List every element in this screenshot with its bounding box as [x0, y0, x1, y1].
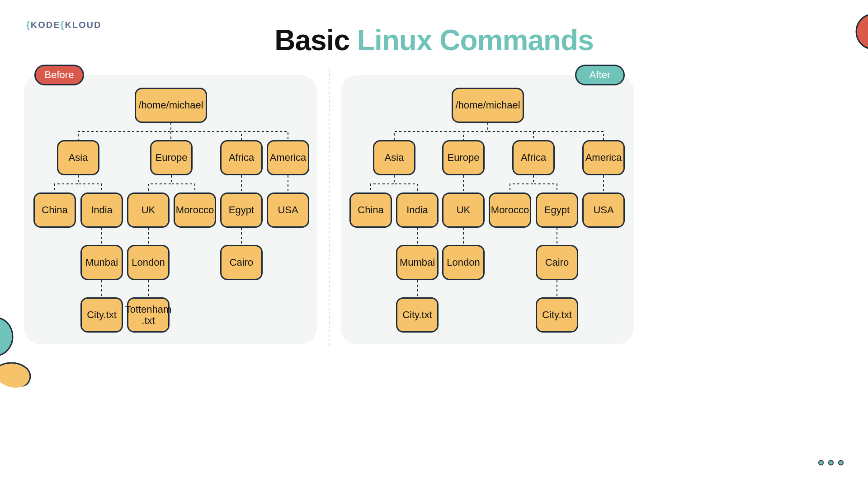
- badge-after: After: [575, 65, 625, 85]
- node-after-london: London: [442, 245, 485, 280]
- label: /home/michael: [455, 99, 520, 111]
- node-before-munbai: Munbai: [80, 245, 123, 280]
- label: City.txt: [402, 309, 432, 320]
- svg-point-1: [0, 363, 30, 388]
- node-after-europe: Europe: [442, 140, 485, 175]
- label: Cairo: [230, 257, 254, 268]
- node-before-london: London: [127, 245, 170, 280]
- node-before-america: America: [267, 140, 309, 175]
- node-after-mumbai: Mumbai: [396, 245, 439, 280]
- node-before-usa: USA: [267, 192, 309, 228]
- label: China: [42, 204, 67, 216]
- node-before-citytxt: City.txt: [80, 297, 123, 333]
- label: City.txt: [87, 309, 117, 320]
- label: India: [406, 204, 428, 216]
- label: China: [358, 204, 383, 216]
- node-after-root: /home/michael: [452, 88, 524, 123]
- node-after-morocco: Morocco: [489, 192, 531, 228]
- node-after-egypt: Egypt: [536, 192, 578, 228]
- svg-point-0: [0, 318, 13, 356]
- blob-teal-left: [0, 316, 23, 357]
- label: Africa: [521, 152, 546, 163]
- dot-icon: [838, 460, 844, 465]
- label: Morocco: [491, 204, 529, 216]
- label: Morocco: [176, 204, 214, 216]
- label: Tottenham .txt: [125, 304, 172, 327]
- label: Mumbai: [400, 257, 435, 268]
- node-before-tottenhamtxt: Tottenham .txt: [127, 297, 170, 333]
- node-after-africa: Africa: [512, 140, 555, 175]
- page-title: Basic Linux Commands: [0, 23, 868, 57]
- title-part2: Linux Commands: [357, 24, 594, 56]
- label: UK: [142, 204, 156, 216]
- node-before-africa: Africa: [220, 140, 263, 175]
- node-before-morocco: Morocco: [174, 192, 216, 228]
- label: USA: [593, 204, 613, 216]
- label: Europe: [156, 152, 188, 163]
- label: London: [132, 257, 165, 268]
- label: Cairo: [545, 257, 569, 268]
- pagination-dots: [818, 460, 844, 465]
- node-before-uk: UK: [127, 192, 170, 228]
- badge-before-label: Before: [45, 69, 74, 81]
- vertical-divider: [329, 69, 330, 346]
- svg-point-2: [856, 14, 868, 49]
- dot-icon: [828, 460, 834, 465]
- node-before-asia: Asia: [57, 140, 99, 175]
- blob-orange-left: [0, 356, 36, 388]
- badge-after-label: After: [590, 69, 610, 81]
- badge-before: Before: [34, 65, 84, 85]
- node-before-egypt: Egypt: [220, 192, 263, 228]
- node-after-china: China: [349, 192, 392, 228]
- label: America: [270, 152, 307, 163]
- node-before-cairo: Cairo: [220, 245, 263, 280]
- label: Egypt: [544, 204, 570, 216]
- label: Munbai: [85, 257, 118, 268]
- label: Egypt: [229, 204, 254, 216]
- node-before-india: India: [80, 192, 123, 228]
- label: India: [91, 204, 113, 216]
- node-before-china: China: [33, 192, 76, 228]
- node-after-india: India: [396, 192, 439, 228]
- node-before-europe: Europe: [150, 140, 193, 175]
- title-part1: Basic: [274, 24, 357, 56]
- node-after-citytxt-egypt: City.txt: [536, 297, 578, 333]
- label: USA: [278, 204, 298, 216]
- node-after-cairo: Cairo: [536, 245, 578, 280]
- node-after-asia: Asia: [373, 140, 415, 175]
- dot-icon: [818, 460, 824, 465]
- label: Asia: [69, 152, 88, 163]
- node-after-citytxt-india: City.txt: [396, 297, 439, 333]
- label: Asia: [385, 152, 404, 163]
- label: Africa: [229, 152, 254, 163]
- node-before-root: /home/michael: [135, 88, 207, 123]
- label: City.txt: [542, 309, 572, 320]
- node-after-usa: USA: [582, 192, 625, 228]
- label: America: [585, 152, 622, 163]
- label: UK: [457, 204, 471, 216]
- label: London: [447, 257, 480, 268]
- label: Europe: [448, 152, 480, 163]
- node-before-root-label: /home/michael: [138, 99, 203, 111]
- node-after-america: America: [582, 140, 625, 175]
- node-after-uk: UK: [442, 192, 485, 228]
